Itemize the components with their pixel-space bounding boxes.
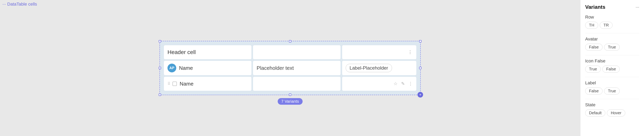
resize-handle-bl[interactable]: [159, 94, 161, 96]
chip-tr[interactable]: TR: [600, 22, 613, 29]
chips-avatar: False True: [585, 44, 639, 51]
header-cell-1: Header cell: [164, 45, 252, 59]
frame-label: ··· DataTable cells: [2, 2, 37, 7]
drag-cell-2: [253, 77, 340, 91]
chip-th[interactable]: TH: [585, 22, 598, 29]
variant-section-avatar: Avatar False True: [585, 36, 639, 51]
variants-badge: 7 Variants: [278, 98, 303, 105]
star-icon[interactable]: ☆: [394, 81, 398, 86]
chips-state: Default Hover: [585, 110, 639, 116]
frame-title: DataTable cells: [7, 2, 37, 7]
chips-label: False True: [585, 88, 639, 94]
header-cell-2: [253, 45, 340, 59]
chips-icon: True False: [585, 66, 639, 72]
placeholder-text: Placeholder text: [256, 65, 294, 71]
resize-handle-lm[interactable]: [159, 67, 161, 69]
canvas-area: ··· DataTable cells Header cell ⋮ AP: [0, 0, 580, 136]
divider-2: [585, 55, 639, 55]
resize-handle-tm[interactable]: [289, 40, 291, 42]
chip-avatar-true[interactable]: True: [604, 44, 620, 51]
resize-handle-rm[interactable]: [419, 67, 422, 69]
add-button[interactable]: +: [418, 92, 423, 98]
section-label-state: State: [585, 102, 639, 108]
avatar-row: AP Name Placeholder text Label-Placehold…: [164, 61, 416, 75]
chip-icon-false[interactable]: False: [602, 66, 620, 72]
section-label-icon: Icon False: [585, 58, 639, 64]
divider-3: [585, 77, 639, 77]
drag-cell-name: Name: [180, 81, 194, 87]
chip-label-true[interactable]: True: [604, 88, 620, 94]
panel-title: Variants: [585, 4, 605, 10]
divider-1: [585, 33, 639, 33]
avatar-initials: AP: [169, 66, 174, 70]
drag-row: ⠿ Name ☆ ✎ ⋮: [164, 77, 416, 91]
header-row: Header cell ⋮: [164, 45, 416, 59]
checkbox[interactable]: [172, 82, 177, 86]
frame-dots-icon: ···: [2, 2, 6, 7]
edit-icon[interactable]: ✎: [401, 81, 405, 86]
chip-state-hover[interactable]: Hover: [607, 110, 625, 116]
resize-handle-tr[interactable]: [419, 40, 422, 42]
drag-handle-icon[interactable]: ⠿: [168, 81, 170, 86]
resize-handle-bm[interactable]: [289, 94, 291, 96]
header-dots-icon[interactable]: ⋮: [408, 50, 413, 55]
avatar-cell-3: Label-Placeholder: [342, 61, 416, 75]
header-cell-text: Header cell: [168, 49, 196, 56]
chips-row: TH TR: [585, 22, 639, 29]
variant-section-row: Row TH TR: [585, 14, 639, 29]
panel-header: Variants ···: [585, 4, 639, 10]
avatar-cell-name: Name: [179, 65, 193, 71]
variant-section-label: Label False True: [585, 80, 639, 94]
drag-cell-3: ☆ ✎ ⋮: [342, 77, 416, 91]
drag-cell-1: ⠿ Name: [164, 77, 252, 91]
variant-section-state: State Default Hover: [585, 102, 639, 116]
more-dots-icon[interactable]: ⋮: [408, 81, 413, 86]
section-label-label: Label: [585, 80, 639, 86]
avatar-cell-2: Placeholder text: [253, 61, 340, 75]
chip-state-default[interactable]: Default: [585, 110, 605, 116]
datatable-frame: Header cell ⋮ AP Name Placeholder text L…: [160, 41, 421, 95]
section-label-avatar: Avatar: [585, 36, 639, 42]
variant-section-icon: Icon False True False: [585, 58, 639, 72]
label-badge: Label-Placeholder: [346, 64, 392, 72]
avatar: AP: [168, 64, 176, 72]
header-cell-3: ⋮: [342, 45, 416, 59]
variants-panel: Variants ··· Row TH TR Avatar False True…: [580, 0, 644, 136]
resize-handle-tl[interactable]: [159, 40, 161, 42]
avatar-cell-1: AP Name: [164, 61, 252, 75]
chip-icon-true[interactable]: True: [585, 66, 601, 72]
panel-options-icon[interactable]: ···: [636, 4, 639, 10]
chip-label-false[interactable]: False: [585, 88, 602, 94]
section-label-row: Row: [585, 14, 639, 20]
chip-avatar-false[interactable]: False: [585, 44, 602, 51]
